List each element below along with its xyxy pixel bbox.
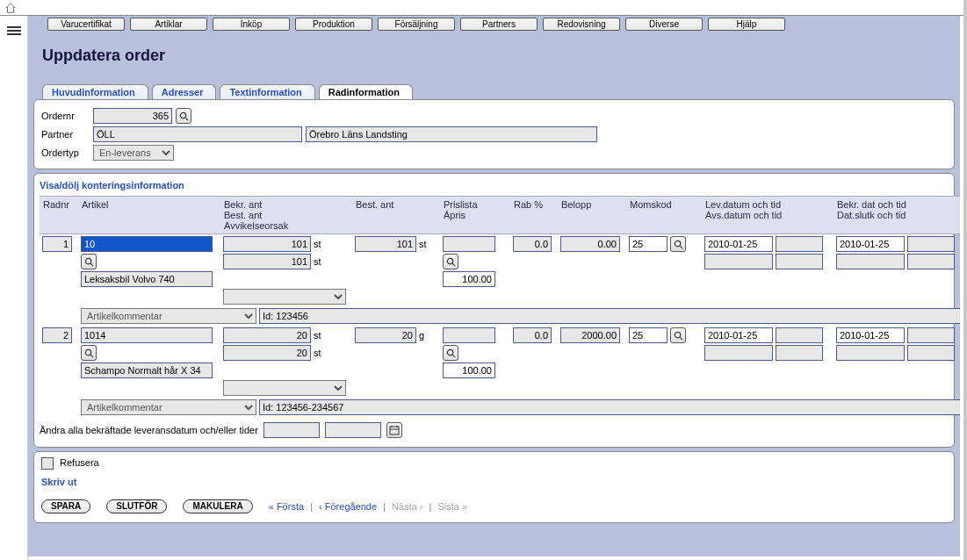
radnr-input[interactable] — [42, 236, 72, 252]
svg-point-6 — [675, 241, 680, 246]
apris-input[interactable] — [443, 271, 495, 287]
svg-rect-14 — [390, 427, 399, 434]
bekrtid-input[interactable] — [907, 327, 955, 343]
tab-textinformation[interactable]: Textinformation — [220, 84, 314, 99]
home-icon[interactable] — [4, 1, 18, 15]
artikel-search-icon[interactable] — [81, 345, 97, 361]
avstid-input[interactable] — [776, 345, 823, 361]
unit-label: st — [314, 348, 321, 358]
best-ant-local-input[interactable] — [223, 345, 311, 361]
moms-search-icon[interactable] — [670, 236, 686, 252]
change-all-time[interactable] — [325, 422, 381, 438]
page-title: Uppdatera order — [33, 34, 955, 84]
bekrdatum-input[interactable] — [836, 236, 905, 252]
col-bekrdat: Bekr. dat och tid Dat.slutk och tid — [833, 196, 960, 234]
artikelkommentar-select[interactable]: Artikelkommentar — [81, 399, 256, 415]
avvikelse-select[interactable] — [223, 380, 346, 396]
menu-varucertifikat[interactable]: Varucertifikat — [47, 18, 125, 31]
prislista-search-icon[interactable] — [443, 254, 458, 269]
ordernr-search-icon[interactable] — [176, 108, 191, 124]
rab-input[interactable] — [513, 236, 552, 252]
comment-row: Artikelkommentar — [40, 306, 960, 326]
ordernr-input[interactable] — [93, 108, 172, 124]
rab-input[interactable] — [513, 327, 552, 343]
menu-hjalp[interactable]: Hjälp — [708, 18, 785, 31]
tab-radinformation[interactable]: Radinformation — [319, 84, 413, 99]
menu-forsaljning[interactable]: Försäljning — [378, 18, 455, 31]
bekr-ant-input[interactable] — [223, 327, 311, 343]
artikel-desc-input[interactable] — [81, 271, 213, 287]
partner-code-input[interactable] — [93, 126, 302, 142]
bekrdatum-input[interactable] — [836, 327, 905, 343]
belopp-input[interactable] — [560, 327, 620, 343]
panel-footer: Refusera Skriv ut SPARA SLUTFÖR MAKULERA… — [33, 451, 955, 523]
menu-produktion[interactable]: Produktion — [295, 18, 372, 31]
bekrtid-input[interactable] — [907, 236, 955, 252]
artikel-code-input[interactable] — [81, 327, 213, 343]
slutfor-button[interactable]: SLUTFÖR — [106, 499, 167, 513]
menu-partners[interactable]: Partners — [460, 18, 538, 31]
belopp-input[interactable] — [560, 236, 620, 252]
avvikelse-select[interactable] — [223, 289, 346, 305]
slutktid-input[interactable] — [907, 345, 955, 361]
levdatum-input[interactable] — [704, 327, 773, 343]
comment-row: Artikelkommentar — [40, 398, 960, 417]
pager-last[interactable]: Sista » — [438, 501, 468, 512]
artikel-search-icon[interactable] — [81, 254, 97, 269]
ordertyp-select[interactable]: En-leverans — [93, 145, 174, 161]
avsdatum-input[interactable] — [704, 345, 773, 361]
col-best: Best. ant — [352, 196, 440, 234]
pager-next[interactable]: Nästa › — [392, 501, 422, 512]
radnr-input[interactable] — [42, 327, 72, 343]
tab-huvudinformation[interactable]: Huvudinformation — [42, 84, 148, 99]
levdatum-input[interactable] — [704, 236, 773, 252]
avstid-input[interactable] — [776, 254, 823, 269]
calendar-icon[interactable] — [386, 422, 402, 438]
artikel-desc-input[interactable] — [81, 363, 213, 378]
svg-line-1 — [185, 118, 188, 120]
artikelkommentar-input[interactable] — [259, 399, 960, 415]
toggle-kontering-link[interactable]: Visa/dölj konteringsinformation — [40, 177, 949, 196]
slutkdatum-input[interactable] — [836, 345, 905, 361]
prislista-input[interactable] — [443, 327, 495, 343]
apris-input[interactable] — [443, 363, 495, 378]
best-ant-local-input[interactable] — [223, 254, 311, 269]
sidebar-menu-icon[interactable] — [7, 26, 21, 37]
avsdatum-input[interactable] — [704, 254, 773, 269]
artikelkommentar-select[interactable]: Artikelkommentar — [81, 308, 256, 324]
best-ant-input[interactable] — [355, 327, 416, 343]
print-link[interactable]: Skriv ut — [41, 470, 947, 494]
refusera-checkbox[interactable] — [41, 457, 54, 470]
menu-redovisning[interactable]: Redovisning — [543, 18, 620, 31]
pager: « Första | ‹ Föregående | Nästa › | Sist… — [269, 501, 467, 512]
unit-label: st — [314, 330, 321, 341]
pager-prev[interactable]: ‹ Föregående — [319, 501, 377, 512]
moms-input[interactable] — [629, 236, 668, 252]
col-radnr: Radnr — [40, 196, 78, 234]
menu-artiklar[interactable]: Artiklar — [130, 18, 207, 31]
tab-adresser[interactable]: Adresser — [152, 84, 217, 99]
spara-button[interactable]: SPARA — [41, 499, 90, 513]
menu-diverse[interactable]: Diverse — [625, 18, 703, 31]
col-belopp: Belopp — [558, 196, 626, 234]
bekr-ant-input[interactable] — [223, 236, 311, 252]
main-area: Varucertifikat Artiklar Inköp Produktion… — [28, 16, 960, 556]
best-ant-input[interactable] — [355, 236, 416, 252]
slutktid-input[interactable] — [907, 254, 955, 269]
artikelkommentar-input[interactable] — [259, 308, 960, 324]
slutkdatum-input[interactable] — [836, 254, 905, 269]
partner-name-input[interactable] — [306, 126, 597, 142]
ordernr-label: Ordernr — [41, 111, 90, 121]
makulera-button[interactable]: MAKULERA — [183, 499, 252, 513]
prislista-input[interactable] — [443, 236, 495, 252]
menu-inkop[interactable]: Inköp — [213, 18, 290, 31]
tab-bar: Huvudinformation Adresser Textinformatio… — [42, 84, 955, 99]
levtid-input[interactable] — [776, 327, 823, 343]
pager-first[interactable]: « Första — [269, 501, 304, 512]
moms-search-icon[interactable] — [670, 327, 686, 343]
change-all-date[interactable] — [263, 422, 320, 438]
levtid-input[interactable] — [776, 236, 823, 252]
moms-input[interactable] — [629, 327, 668, 343]
prislista-search-icon[interactable] — [443, 345, 458, 361]
artikel-code-input[interactable] — [81, 236, 213, 252]
